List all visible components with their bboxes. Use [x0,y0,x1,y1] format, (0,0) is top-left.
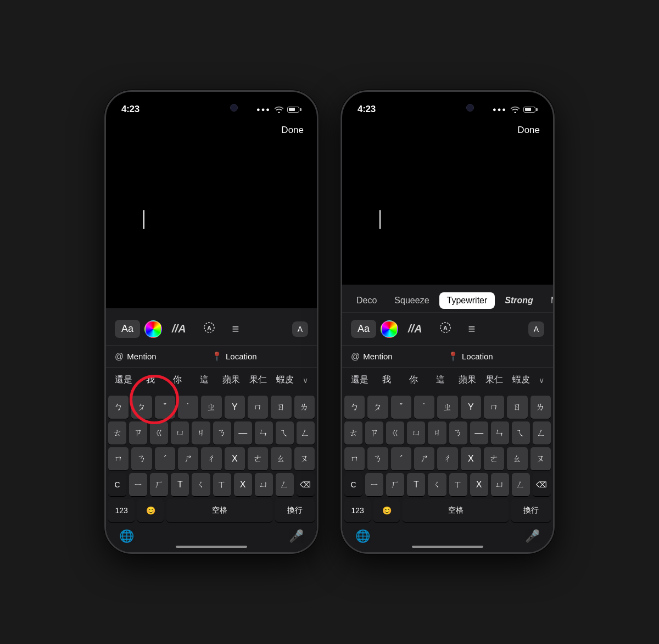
key-left[interactable]: ㄊ [108,421,126,445]
font-size-button-right[interactable]: Aa [351,320,376,338]
key-right[interactable]: ㄡ [530,447,551,470]
key-left[interactable]: ㄅ [108,396,129,419]
key-right[interactable]: ㄥ [533,421,551,445]
pred-word-5-left[interactable]: 果仁 [245,372,270,388]
mention-item-right[interactable]: @ Mention [351,352,448,362]
key-left[interactable]: C [108,473,126,496]
key-right[interactable]: ㄓ [437,396,457,419]
key-left[interactable]: ㄩ [171,421,189,445]
key-left[interactable]: ㄜ [248,447,268,470]
key-right[interactable]: ㄅ [344,396,365,419]
key-right[interactable]: ㄕ [414,447,434,470]
key-left[interactable]: X [225,447,245,470]
align-button-right[interactable]: ≡ [463,319,481,340]
key-right[interactable]: ㄜ [484,447,504,470]
pred-expand-left[interactable]: ∨ [299,376,311,385]
key-right[interactable]: ˇ [391,396,411,419]
key-right[interactable]: ㄥ [512,473,530,496]
tab-men[interactable]: Men [543,292,553,309]
key-right[interactable]: ㄑ [428,473,446,496]
key-left[interactable]: ㄇ [248,396,268,419]
key-right[interactable]: ㄌ [530,396,551,419]
mention-item-left[interactable]: @ Mention [115,352,211,362]
key-right[interactable]: ㄠ [507,447,527,470]
key-right[interactable]: ㄋ [449,421,467,445]
align-button-left[interactable]: ≡ [227,319,245,340]
key-right[interactable]: ㄋ [367,447,388,470]
pred-word-2-left[interactable]: 你 [165,372,190,388]
key-left[interactable]: ˙ [178,396,198,419]
font-style-button-left[interactable]: //A [166,319,192,338]
key-right[interactable]: ㄊ [344,421,362,445]
pred-word-3-right[interactable]: 這 [428,372,453,388]
key-left[interactable]: ㄠ [271,447,291,470]
mic-icon-right[interactable]: 🎤 [525,529,540,543]
key-right[interactable]: X [470,473,488,496]
pred-word-5-right[interactable]: 果仁 [482,372,506,388]
space-key-left[interactable]: 空格 [166,499,272,522]
key-right[interactable]: ㄇ [344,447,365,470]
pred-word-6-right[interactable]: 蝦皮 [509,372,533,388]
key-left[interactable]: ㄇ [108,447,129,470]
key-left[interactable]: — [234,421,252,445]
key-right[interactable]: — [470,421,488,445]
pred-word-0-right[interactable]: 還是 [348,372,372,388]
key-left[interactable]: X [234,473,252,496]
key-left[interactable]: ㄍ [150,421,168,445]
key-left[interactable]: ㄋ [131,447,152,470]
tab-typewriter[interactable]: Typewriter [439,292,495,309]
key-right[interactable]: ㄇ [484,396,504,419]
pred-word-4-right[interactable]: 蘋果 [455,372,479,388]
enter-key-left[interactable]: 換行 [275,499,315,522]
key-left[interactable]: ㄏ [150,473,168,496]
done-button-right[interactable]: Done [517,125,540,136]
key-left[interactable]: ㄩ [255,473,273,496]
backspace-key-left[interactable]: ⌫ [297,473,315,496]
key-left[interactable]: ㄋ [213,421,231,445]
key-left[interactable]: ㄓ [201,396,221,419]
key-right[interactable]: Y [461,396,481,419]
key-left[interactable]: ㄒ [213,473,231,496]
numbers-key-right[interactable]: 123 [344,499,371,522]
globe-icon-left[interactable]: 🌐 [119,529,134,543]
key-right[interactable]: ㄆ [367,396,388,419]
key-left[interactable]: ㄆ [131,396,152,419]
key-right[interactable]: ㄟ [512,421,530,445]
key-left[interactable]: ㄡ [294,447,315,470]
key-left[interactable]: ㄌ [294,396,315,419]
backspace-key-right[interactable]: ⌫ [533,473,551,496]
globe-icon-right[interactable]: 🌐 [355,529,370,543]
key-right[interactable]: ㄩ [491,473,509,496]
key-left[interactable]: ㄐ [192,421,210,445]
pred-word-1-right[interactable]: 我 [375,372,399,388]
keyboard-toggle-right[interactable]: A [528,321,544,337]
tab-strong[interactable]: Strong [497,292,541,309]
key-left[interactable]: ㄣ [255,421,273,445]
key-right[interactable]: ㄍ [386,421,404,445]
key-left[interactable]: T [171,473,189,496]
key-right[interactable]: ㄏ [386,473,404,496]
pred-word-2-right[interactable]: 你 [401,372,426,388]
done-button-left[interactable]: Done [281,125,304,136]
font-style-button-right[interactable]: //A [403,319,428,338]
emoji-key-right[interactable]: 😊 [373,499,400,522]
emoji-key-left[interactable]: 😊 [137,499,164,522]
tab-squeeze[interactable]: Squeeze [387,292,437,309]
pred-word-6-left[interactable]: 蝦皮 [272,372,297,388]
key-left[interactable]: ˊ [155,447,175,470]
pred-word-3-left[interactable]: 這 [192,372,217,388]
mic-icon-left[interactable]: 🎤 [289,529,304,543]
numbers-key-left[interactable]: 123 [108,499,135,522]
key-right[interactable]: ㄣ [491,421,509,445]
key-left[interactable]: ㄔ [201,447,221,470]
key-left[interactable]: ㄟ [276,421,294,445]
key-right[interactable]: ㄧ [365,473,383,496]
key-left[interactable]: ˇ [155,396,175,419]
key-left[interactable]: ㄥ [297,421,315,445]
color-wheel-left[interactable] [144,320,162,338]
key-right[interactable]: ㄗ [365,421,383,445]
key-left[interactable]: ㄥ [276,473,294,496]
color-wheel-right[interactable] [381,320,398,338]
key-left[interactable]: ㄗ [129,421,147,445]
pred-word-0-left[interactable]: 還是 [111,372,136,388]
